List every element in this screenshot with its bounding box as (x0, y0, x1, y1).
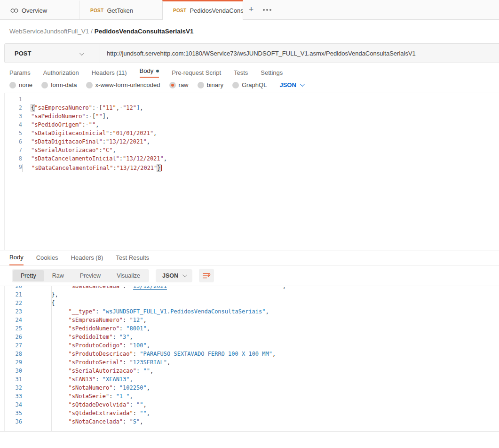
method-select[interactable]: POST (5, 50, 89, 57)
code-line: 21 }, (5, 291, 499, 300)
code-line: 5"sDataDigitacaoInicial":"01/01/2021", (5, 130, 499, 138)
body-dot-indicator (156, 70, 159, 72)
response-body-viewer[interactable]: 20 "sDataCancelada": "13/12/2021 ",21 },… (4, 286, 499, 431)
line-number: 1 (5, 96, 22, 104)
radio-x-www-form-urlencoded[interactable]: x-www-form-urlencoded (86, 81, 160, 88)
tab-headers[interactable]: Headers (11) (92, 69, 127, 78)
line-number: 29 (5, 359, 22, 368)
line-number: 22 (5, 300, 22, 308)
tab-overview[interactable]: Overview (0, 0, 80, 19)
code-line: 9"sDataCancelamentoFinal":"13/12/2021"} (5, 164, 499, 172)
line-number: 6 (5, 138, 22, 147)
url-bar: POST http://jundsoft.servehttp.com:10180… (4, 43, 499, 63)
line-number: 24 (5, 317, 22, 325)
breadcrumb-collection[interactable]: WebServiceJundsoftFull_V1 (9, 28, 89, 35)
code-line: 20 "sDataCancelada": "13/12/2021 ", (5, 286, 499, 291)
response-language-select[interactable]: JSON (156, 269, 192, 282)
response-tabs: Body Cookies Headers (8) Test Results (0, 250, 499, 266)
view-segmented-control: Pretty Raw Preview Visualize (12, 269, 149, 282)
wrap-lines-icon (202, 272, 211, 279)
line-number: 23 (5, 308, 22, 317)
line-number: 33 (5, 393, 22, 401)
tab-response-headers[interactable]: Headers (8) (71, 254, 103, 265)
request-body-editor[interactable]: 12{"saEmpresaNumero":·["11",·"12"],3"saP… (4, 93, 499, 250)
code-line: 7"sSerialAutorizacao":"C", (5, 147, 499, 155)
tab-authorization[interactable]: Authorization (43, 69, 79, 78)
linkified-value[interactable]: 13/12/2021 (133, 286, 167, 290)
code-line: 36 "sNotaCancelada": "S", (5, 418, 499, 427)
tab-test-results[interactable]: Test Results (116, 254, 149, 265)
line-number: 27 (5, 342, 22, 351)
overview-icon (10, 8, 18, 14)
radio-form-data[interactable]: form-data (41, 81, 77, 88)
url-input[interactable]: http://jundsoft.servehttp.com:10180/WSer… (100, 50, 416, 57)
workspace-tab-bar: Overview POST GetToken POST PedidosVenda… (0, 0, 499, 20)
code-line: 28 "sProdutoDescricao": "PARAFUSO SEXTAV… (5, 351, 499, 359)
tab-response-body[interactable]: Body (9, 254, 24, 265)
breadcrumb-request: PedidosVendaConsultaSeriaisV1 (95, 28, 194, 35)
view-pretty[interactable]: Pretty (13, 270, 44, 281)
line-number: 30 (5, 368, 22, 376)
response-section: Body Cookies Headers (8) Test Results Pr… (0, 250, 499, 431)
code-line: 8"sDataCancelamentoInicial":"13/12/2021"… (5, 155, 499, 164)
code-line: 26 "sPedidoItem": "3", (5, 334, 499, 342)
tab-gettoken[interactable]: POST GetToken (80, 0, 162, 19)
chevron-down-icon (300, 82, 305, 87)
line-number: 25 (5, 325, 22, 334)
line-number: 20 (5, 286, 22, 291)
code-line: 27 "sProdutoCodigo": "100", (5, 342, 499, 351)
breadcrumb-separator: / (91, 28, 95, 35)
view-raw[interactable]: Raw (44, 270, 72, 281)
tab-label: GetToken (107, 7, 133, 14)
line-number: 36 (5, 418, 22, 427)
chevron-down-icon (79, 51, 84, 56)
radio-icon (169, 82, 176, 88)
line-number: 35 (5, 410, 22, 418)
code-line: 1 (5, 96, 499, 104)
code-line: 35 "sQtdadeExtraviada": "", (5, 410, 499, 418)
radio-binary[interactable]: binary (198, 81, 223, 88)
code-line: 33 "sNotaSerie": "1 ", (5, 393, 499, 401)
tab-settings[interactable]: Settings (261, 69, 283, 78)
code-line: 30 "sSerialAutorizacao": "", (5, 368, 499, 376)
more-options-icon[interactable] (259, 0, 275, 19)
new-tab-button[interactable]: + (243, 0, 259, 19)
tab-body[interactable]: Body (140, 69, 159, 78)
code-line: 34 "sQtdadeDevolvida": "", (5, 401, 499, 410)
tab-tests[interactable]: Tests (234, 69, 248, 78)
request-tabs: Params Authorization Headers (11) Body P… (0, 63, 499, 78)
radio-none[interactable]: none (9, 81, 32, 88)
method-badge: POST (90, 8, 103, 13)
line-number: 5 (5, 130, 22, 138)
line-number: 9 (5, 164, 22, 172)
request-language-select[interactable]: JSON (279, 81, 303, 88)
code-line: 22 { (5, 300, 499, 308)
tab-cookies[interactable]: Cookies (36, 254, 58, 265)
radio-raw[interactable]: raw (169, 81, 189, 88)
line-number: 32 (5, 384, 22, 393)
method-badge: POST (173, 8, 186, 13)
radio-icon (86, 82, 93, 88)
line-number: 4 (5, 121, 22, 130)
line-number: 3 (5, 113, 22, 121)
tab-pedidosvendaconsulta[interactable]: POST PedidosVendaConsultaS (162, 0, 243, 20)
line-number: 26 (5, 334, 22, 342)
code-line: 24 "sEmpresaNumero": "12", (5, 317, 499, 325)
radio-graphql[interactable]: GraphQL (232, 81, 267, 88)
code-line: 32 "sNotaNumero": "102250", (5, 384, 499, 393)
line-number: 31 (5, 376, 22, 384)
tab-pre-request-script[interactable]: Pre-request Script (172, 69, 221, 78)
tab-label: PedidosVendaConsultaS (190, 7, 243, 14)
view-preview[interactable]: Preview (72, 270, 109, 281)
text-cursor (161, 165, 162, 171)
code-line: 3"saPedidoNumero":·[""], (5, 113, 499, 121)
chevron-down-icon (182, 272, 187, 277)
view-visualize[interactable]: Visualize (109, 270, 148, 281)
radio-icon (41, 82, 48, 88)
radio-icon (198, 82, 204, 88)
wrap-lines-button[interactable] (199, 269, 214, 282)
tab-params[interactable]: Params (9, 69, 31, 78)
tab-label: Overview (22, 7, 47, 14)
code-line: 4"sPedidoOrigem":·"", (5, 121, 499, 130)
code-line: 29 "sProdutoSerial": "123SERIAL", (5, 359, 499, 368)
